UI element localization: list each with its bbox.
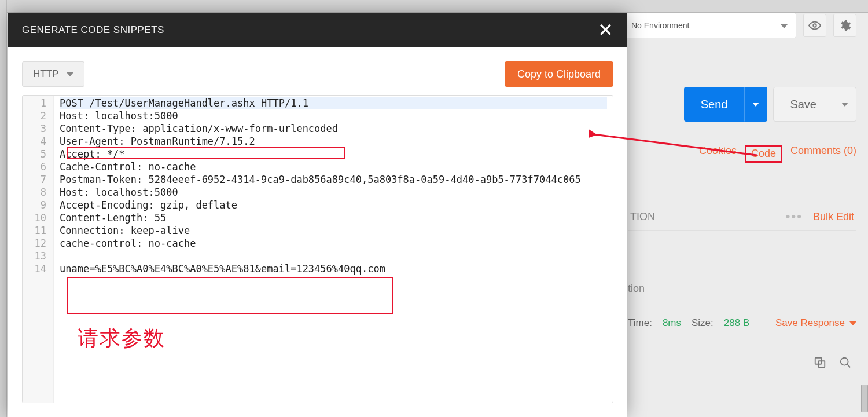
code-line: Cache-Control: no-cache xyxy=(60,160,607,173)
copy-icon[interactable] xyxy=(814,356,826,369)
chevron-down-icon xyxy=(752,103,759,107)
bulk-edit-link[interactable]: Bulk Edit xyxy=(813,211,854,223)
code-line: Accept: */* xyxy=(60,148,607,160)
cookies-link[interactable]: Cookies xyxy=(699,145,737,163)
code-lines: POST /Test/UserManageHandler.ashx HTTP/1… xyxy=(54,96,613,403)
line-number-gutter: 1234567891011121314 xyxy=(23,96,54,403)
table-row-fragment: tion xyxy=(628,283,645,295)
svg-line-4 xyxy=(847,364,851,368)
copy-label: Copy to Clipboard xyxy=(517,68,601,81)
code-line: Content-Type: application/x-www-form-url… xyxy=(60,122,607,135)
search-icon[interactable] xyxy=(839,356,852,369)
more-actions-icon[interactable]: ••• xyxy=(786,209,803,224)
code-snippet-box[interactable]: 1234567891011121314 POST /Test/UserManag… xyxy=(22,95,613,403)
code-line: cache-control: no-cache xyxy=(60,237,607,250)
request-action-row: Send Save xyxy=(684,87,856,122)
code-line: Host: localhost:5000 xyxy=(60,186,607,199)
language-label: HTTP xyxy=(33,68,58,80)
right-scrollbar[interactable] xyxy=(861,0,868,417)
save-label: Save xyxy=(790,98,816,111)
save-response-label: Save Response xyxy=(775,317,845,329)
left-scrollbar[interactable] xyxy=(0,0,7,417)
code-link[interactable]: Code xyxy=(745,145,782,163)
svg-point-0 xyxy=(813,24,816,27)
code-line: Accept-Encoding: gzip, deflate xyxy=(60,199,607,211)
svg-point-3 xyxy=(841,358,848,365)
chevron-down-icon xyxy=(841,103,848,107)
chevron-down-icon xyxy=(849,321,856,325)
eye-icon xyxy=(808,19,821,32)
code-line: POST /Test/UserManageHandler.ashx HTTP/1… xyxy=(60,97,607,109)
time-value: 8ms xyxy=(663,317,681,329)
window-titlebar xyxy=(0,0,868,13)
save-group: Save xyxy=(773,87,856,122)
send-dropdown[interactable] xyxy=(744,87,767,122)
send-group: Send xyxy=(684,87,768,122)
code-line: Postman-Token: 5284eeef-6952-4314-9ca9-d… xyxy=(60,173,607,186)
send-button[interactable]: Send xyxy=(684,87,745,122)
time-label: Time: xyxy=(628,317,652,329)
generate-code-modal: GENERATE CODE SNIPPETS ✕ HTTP Copy to Cl… xyxy=(8,13,627,417)
language-select[interactable]: HTTP xyxy=(22,61,84,87)
size-label: Size: xyxy=(692,317,713,329)
size-value: 288 B xyxy=(724,317,749,329)
save-dropdown[interactable] xyxy=(833,87,856,122)
links-row: Cookies Code Comments (0) xyxy=(699,145,856,163)
gear-icon xyxy=(838,19,851,32)
send-label: Send xyxy=(701,98,728,111)
section-header: TION ••• Bulk Edit xyxy=(628,203,856,231)
save-response-button[interactable]: Save Response xyxy=(775,317,856,329)
environment-select[interactable]: No Environment xyxy=(623,13,796,38)
modal-header: GENERATE CODE SNIPPETS ✕ xyxy=(8,13,627,47)
save-button[interactable]: Save xyxy=(773,87,833,122)
code-line: Content-Length: 55 xyxy=(60,211,607,224)
settings-button[interactable] xyxy=(833,14,856,37)
environment-quicklook-button[interactable] xyxy=(803,14,826,37)
environment-label: No Environment xyxy=(631,21,689,30)
code-line: Connection: keep-alive xyxy=(60,224,607,237)
close-icon[interactable]: ✕ xyxy=(598,21,614,39)
response-status-row: Time: 8ms Size: 288 B Save Response xyxy=(628,317,856,334)
chevron-down-icon xyxy=(781,21,788,30)
environment-row: No Environment xyxy=(623,13,856,38)
code-line: User-Agent: PostmanRuntime/7.15.2 xyxy=(60,135,607,148)
modal-toolbar: HTTP Copy to Clipboard xyxy=(8,47,627,87)
response-footer-icons xyxy=(814,356,852,369)
code-line xyxy=(60,250,607,262)
code-line: Host: localhost:5000 xyxy=(60,109,607,122)
chevron-down-icon xyxy=(67,72,73,76)
code-line: uname=%E5%BC%A0%E4%BC%A0%E5%AE%81&email=… xyxy=(60,262,607,275)
section-title-fragment: TION xyxy=(630,211,655,223)
modal-title: GENERATE CODE SNIPPETS xyxy=(22,24,164,36)
comments-link[interactable]: Comments (0) xyxy=(790,145,856,163)
copy-to-clipboard-button[interactable]: Copy to Clipboard xyxy=(505,61,613,87)
